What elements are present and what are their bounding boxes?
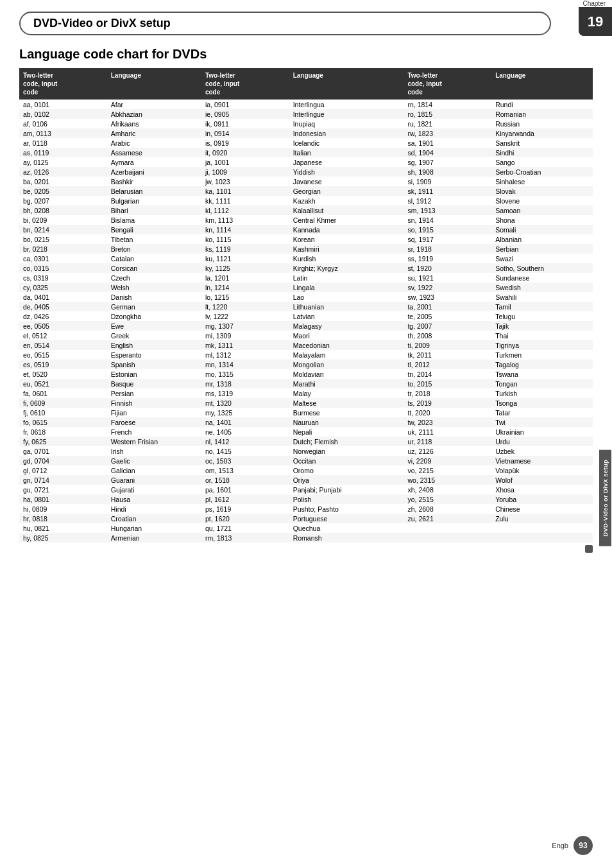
table-cell-5-2: it, 0920 bbox=[201, 148, 289, 157]
table-cell-9-3: Georgian bbox=[289, 186, 404, 196]
table-row: ay, 0125Aymaraja, 1001Japanesesg, 1907Sa… bbox=[19, 157, 593, 167]
table-row: ab, 0102Abkhazianie, 0905Interlinguero, … bbox=[19, 109, 593, 119]
table-row: fj, 0610Fijianmy, 1325Burmesett, 2020Tat… bbox=[19, 408, 593, 417]
table-cell-20-3: Lao bbox=[289, 292, 404, 302]
table-cell-0-2: ia, 0901 bbox=[201, 100, 289, 109]
table-cell-21-4: ta, 2001 bbox=[404, 302, 491, 311]
table-cell-19-1: Welsh bbox=[107, 282, 201, 292]
table-cell-14-2: ko, 1115 bbox=[201, 234, 289, 244]
table-header-row: Two-lettercode, inputcode Language Two-l… bbox=[19, 68, 593, 100]
table-cell-20-1: Danish bbox=[107, 292, 201, 302]
side-tab-container: DVD-Video or DivX setup bbox=[598, 193, 612, 804]
table-cell-9-5: Slovak bbox=[491, 186, 593, 196]
table-cell-27-1: Spanish bbox=[107, 360, 201, 369]
table-cell-32-2: my, 1325 bbox=[201, 408, 289, 417]
table-cell-18-1: Czech bbox=[107, 273, 201, 282]
table-cell-21-5: Tamil bbox=[491, 302, 593, 311]
table-row: es, 0519Spanishmn, 1314Mongoliantl, 2012… bbox=[19, 360, 593, 369]
table-row: aa, 0101Afaria, 0901Interlinguarn, 1814R… bbox=[19, 100, 593, 109]
table-cell-36-3: Norwegian bbox=[289, 446, 404, 456]
table-row: ee, 0505Ewemg, 1307Malagasytg, 2007Tajik bbox=[19, 321, 593, 331]
table-cell-21-2: lt, 1220 bbox=[201, 302, 289, 311]
table-cell-6-5: Sango bbox=[491, 157, 593, 167]
table-cell-30-4: tr, 2018 bbox=[404, 388, 491, 398]
table-row: fo, 0615Faroesena, 1401Nauruantw, 2023Tw… bbox=[19, 417, 593, 427]
table-cell-30-0: fa, 0601 bbox=[19, 388, 107, 398]
table-cell-10-4: sl, 1912 bbox=[404, 196, 491, 205]
table-row: ba, 0201Bashkirjw, 1023Javanesesi, 1909S… bbox=[19, 177, 593, 186]
table-cell-44-4 bbox=[404, 523, 491, 533]
table-cell-30-3: Malay bbox=[289, 388, 404, 398]
table-cell-26-1: Esperanto bbox=[107, 350, 201, 360]
table-row: eo, 0515Esperantoml, 1312Malayalamtk, 20… bbox=[19, 350, 593, 360]
table-cell-2-0: af, 0106 bbox=[19, 119, 107, 128]
end-marker bbox=[585, 545, 593, 553]
table-cell-33-1: Faroese bbox=[107, 417, 201, 427]
table-row: as, 0119Assameseit, 0920Italiansd, 1904S… bbox=[19, 148, 593, 157]
table-cell-7-0: az, 0126 bbox=[19, 167, 107, 177]
table-cell-17-3: Kirghiz; Kyrgyz bbox=[289, 263, 404, 273]
table-cell-23-1: Ewe bbox=[107, 321, 201, 331]
table-cell-29-5: Tongan bbox=[491, 379, 593, 388]
table-row: ga, 0701Irishno, 1415Norwegianuz, 2126Uz… bbox=[19, 446, 593, 456]
table-cell-23-2: mg, 1307 bbox=[201, 321, 289, 331]
table-row: bg, 0207Bulgariankk, 1111Kazakhsl, 1912S… bbox=[19, 196, 593, 205]
table-cell-33-4: tw, 2023 bbox=[404, 417, 491, 427]
table-row: hi, 0809Hindips, 1619Pushto; Pashtozh, 2… bbox=[19, 504, 593, 514]
table-cell-7-2: ji, 1009 bbox=[201, 167, 289, 177]
table-cell-22-2: lv, 1222 bbox=[201, 311, 289, 321]
table-cell-34-5: Ukrainian bbox=[491, 427, 593, 437]
table-cell-43-4: zu, 2621 bbox=[404, 514, 491, 523]
table-cell-4-3: Icelandic bbox=[289, 138, 404, 148]
table-cell-0-4: rn, 1814 bbox=[404, 100, 491, 109]
table-cell-22-3: Latvian bbox=[289, 311, 404, 321]
table-cell-13-0: bn, 0214 bbox=[19, 225, 107, 234]
table-cell-13-1: Bengali bbox=[107, 225, 201, 234]
table-cell-18-0: cs, 0319 bbox=[19, 273, 107, 282]
table-cell-27-3: Mongolian bbox=[289, 360, 404, 369]
table-cell-36-1: Irish bbox=[107, 446, 201, 456]
table-cell-14-3: Korean bbox=[289, 234, 404, 244]
table-cell-24-5: Thai bbox=[491, 331, 593, 340]
table-row: ha, 0801Hausapl, 1612Polishyo, 2515Yorub… bbox=[19, 494, 593, 504]
table-row: hu, 0821Hungarianqu, 1721Quechua bbox=[19, 523, 593, 533]
table-cell-3-0: am, 0113 bbox=[19, 128, 107, 138]
table-cell-31-0: fi, 0609 bbox=[19, 398, 107, 408]
table-cell-2-5: Russian bbox=[491, 119, 593, 128]
table-cell-15-5: Serbian bbox=[491, 244, 593, 254]
table-cell-0-5: Rundi bbox=[491, 100, 593, 109]
table-cell-6-4: sg, 1907 bbox=[404, 157, 491, 167]
table-cell-42-3: Pushto; Pashto bbox=[289, 504, 404, 514]
col-header-6: Language bbox=[491, 68, 593, 100]
table-cell-38-0: gl, 0712 bbox=[19, 465, 107, 475]
table-cell-23-3: Malagasy bbox=[289, 321, 404, 331]
table-cell-44-2: qu, 1721 bbox=[201, 523, 289, 533]
table-cell-6-0: ay, 0125 bbox=[19, 157, 107, 167]
table-cell-45-3: Romansh bbox=[289, 533, 404, 542]
table-cell-5-0: as, 0119 bbox=[19, 148, 107, 157]
table-cell-13-3: Kannada bbox=[289, 225, 404, 234]
table-cell-42-0: hi, 0809 bbox=[19, 504, 107, 514]
table-cell-32-5: Tatar bbox=[491, 408, 593, 417]
table-cell-27-2: mn, 1314 bbox=[201, 360, 289, 369]
table-cell-34-0: fr, 0618 bbox=[19, 427, 107, 437]
table-cell-15-1: Breton bbox=[107, 244, 201, 254]
table-cell-19-4: sv, 1922 bbox=[404, 282, 491, 292]
table-cell-16-2: ku, 1121 bbox=[201, 254, 289, 263]
table-cell-22-4: te, 2005 bbox=[404, 311, 491, 321]
table-cell-29-0: eu, 0521 bbox=[19, 379, 107, 388]
table-cell-25-0: en, 0514 bbox=[19, 340, 107, 350]
table-cell-19-3: Lingala bbox=[289, 282, 404, 292]
footer: Engb 93 bbox=[552, 836, 593, 855]
table-cell-0-0: aa, 0101 bbox=[19, 100, 107, 109]
table-cell-15-0: br, 0218 bbox=[19, 244, 107, 254]
table-cell-1-0: ab, 0102 bbox=[19, 109, 107, 119]
table-cell-23-0: ee, 0505 bbox=[19, 321, 107, 331]
table-cell-12-5: Shona bbox=[491, 215, 593, 225]
table-cell-3-2: in, 0914 bbox=[201, 128, 289, 138]
table-cell-10-2: kk, 1111 bbox=[201, 196, 289, 205]
table-cell-35-4: ur, 2118 bbox=[404, 437, 491, 446]
table-cell-45-0: hy, 0825 bbox=[19, 533, 107, 542]
table-cell-26-0: eo, 0515 bbox=[19, 350, 107, 360]
table-cell-8-3: Javanese bbox=[289, 177, 404, 186]
